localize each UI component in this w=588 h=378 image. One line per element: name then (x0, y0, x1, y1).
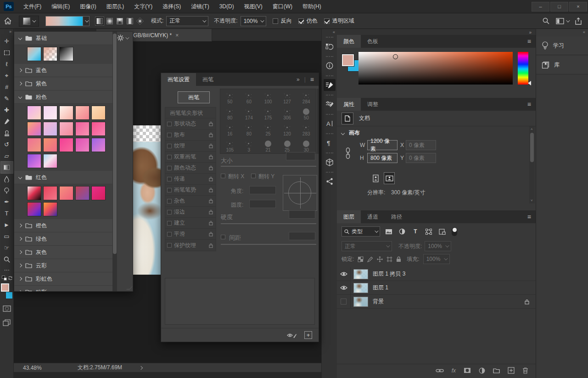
option-checkbox[interactable] (167, 188, 172, 192)
collapse-toolbar-icon[interactable]: » (9, 29, 12, 35)
color-cursor[interactable] (393, 54, 398, 59)
tab-layers[interactable]: 图层 (337, 210, 361, 223)
gradient-group-橙色[interactable]: 橙色 (14, 219, 112, 232)
panel-icon-cube[interactable] (323, 151, 336, 170)
collapse-dock-icon[interactable]: » (529, 30, 532, 35)
brush-tip-cell[interactable]: 80 (240, 121, 259, 137)
panel-icon-history[interactable] (323, 35, 336, 55)
visibility-empty-box[interactable] (341, 299, 347, 305)
blend-mode-select[interactable]: 正常 (166, 16, 208, 26)
gradient-swatch[interactable] (27, 138, 41, 152)
brush-option-形状动态[interactable]: 形状动态 (165, 118, 216, 130)
layer-filter-toggle[interactable] (452, 227, 457, 236)
maximize-button[interactable]: □ (550, 2, 568, 11)
brush-option-画笔笔势[interactable]: 画笔笔势 (165, 185, 216, 196)
brush-option-建立[interactable]: 建立 (165, 218, 216, 229)
gradient-swatch[interactable] (43, 47, 57, 61)
minimize-button[interactable]: – (532, 2, 549, 11)
brush-tip-grid[interactable]: 5060100127284801741753065016802512028310… (220, 89, 316, 154)
gradient-group-蓝色[interactable]: 蓝色 (14, 64, 112, 77)
brush-tool[interactable] (1, 116, 13, 127)
layer-opacity-select[interactable]: 100% (425, 241, 451, 251)
brush-preview-toggle-icon[interactable] (287, 332, 297, 339)
zoom-tool[interactable] (1, 254, 13, 265)
brush-tip-shape-item[interactable]: 画笔笔尖形状 (165, 107, 216, 118)
brush-tip-cell[interactable]: 50 (220, 89, 240, 105)
gradient-swatch[interactable] (75, 138, 90, 152)
option-checkbox[interactable] (167, 232, 172, 237)
panel-expander-icon[interactable]: » (297, 76, 300, 83)
quick-mask-button[interactable] (1, 304, 12, 314)
gradient-swatch[interactable] (91, 138, 106, 152)
filter-adjustment-layers-icon[interactable] (398, 227, 407, 236)
gradient-swatch[interactable] (43, 154, 57, 168)
hardness-slider[interactable] (221, 223, 316, 224)
brush-option-杂色[interactable]: 杂色 (165, 196, 216, 207)
option-checkbox[interactable] (167, 221, 172, 226)
option-checkbox[interactable] (167, 144, 172, 148)
trash-icon[interactable] (522, 367, 528, 374)
gradient-swatch[interactable] (43, 138, 57, 152)
option-checkbox[interactable] (167, 155, 172, 159)
gradient-preview[interactable] (45, 16, 83, 26)
marquee-tool[interactable] (1, 47, 13, 58)
hardness-value-box[interactable] (289, 210, 315, 219)
layer-blend-mode-select[interactable]: 正常 (342, 241, 392, 251)
menu-item[interactable]: 编辑(E) (46, 0, 75, 13)
brushes-button[interactable]: 画笔 (178, 91, 210, 103)
pen-tool[interactable]: ✒ (1, 196, 13, 208)
y-input[interactable]: 0 像素 (406, 153, 436, 163)
menu-item[interactable]: 3D(D) (214, 0, 239, 13)
option-checkbox[interactable] (167, 133, 172, 137)
radial-gradient-button[interactable] (105, 17, 114, 26)
fx-icon[interactable]: fx (452, 367, 456, 374)
layer-thumbnail[interactable] (353, 297, 368, 307)
foreground-color-swatch[interactable] (342, 54, 354, 66)
gradient-swatch[interactable] (27, 154, 41, 168)
move-tool[interactable]: ✛ (1, 35, 13, 47)
panel-icon-character[interactable]: A (323, 113, 336, 132)
filter-type-layers-icon[interactable]: T (411, 227, 420, 236)
rail-item-库[interactable]: 库 (536, 56, 588, 74)
tab-properties[interactable]: 属性 (337, 98, 361, 111)
collapse-strip-icon[interactable]: « (333, 30, 335, 34)
rail-item-学习[interactable]: 学习 (536, 37, 588, 55)
gradient-group-云彩[interactable]: 云彩 (14, 259, 112, 272)
spacing-checkbox[interactable] (221, 235, 225, 239)
close-button[interactable]: × (569, 2, 587, 11)
object-selection-tool[interactable]: ⌖ (1, 70, 13, 81)
lock-pixels-icon[interactable] (367, 256, 373, 262)
reflected-gradient-button[interactable] (125, 17, 134, 26)
gradient-group-红色[interactable]: 红色 (14, 171, 112, 184)
layer-filter-type-select[interactable]: 类型 (342, 226, 380, 237)
layer-row-图层 1 拷贝 3[interactable]: 图层 1 拷贝 3 (337, 267, 536, 281)
landscape-orientation-button[interactable] (384, 172, 395, 184)
roundness-input[interactable] (249, 200, 276, 208)
picker-scrollbar[interactable] (112, 32, 117, 291)
gradient-picker-open-button[interactable] (83, 16, 90, 26)
gradient-swatch[interactable] (27, 186, 41, 200)
new-brush-button[interactable]: + (304, 331, 312, 339)
option-checkbox[interactable] (167, 177, 172, 181)
brush-tip-cell[interactable]: 100 (258, 89, 278, 105)
panel-icon-info[interactable] (323, 55, 336, 74)
shape-tool[interactable]: ▭ (1, 231, 13, 242)
close-tab-icon[interactable]: × (175, 32, 179, 39)
panel-menu-icon[interactable]: ≡ (527, 101, 531, 108)
menu-item[interactable]: 选择(S) (157, 0, 186, 13)
filter-shape-layers-icon[interactable] (424, 227, 433, 236)
gradient-swatch[interactable] (59, 106, 73, 120)
lock-transparency-icon[interactable] (358, 256, 364, 262)
mask-icon[interactable] (464, 367, 471, 373)
option-checkbox[interactable] (167, 210, 172, 214)
picker-settings-button[interactable] (117, 34, 128, 41)
gradient-swatch[interactable] (91, 122, 106, 136)
menu-item[interactable]: 图像(I) (75, 0, 101, 13)
brush-option-湿边[interactable]: 湿边 (165, 207, 216, 218)
menu-item[interactable]: 文件(F) (18, 0, 46, 13)
brush-tip-cell[interactable]: 306 (278, 105, 297, 121)
gradient-swatch[interactable] (27, 106, 41, 120)
background-color-swatch[interactable] (6, 292, 13, 299)
angle-input[interactable] (249, 186, 276, 194)
edit-toolbar-icon[interactable]: ⋯ (1, 265, 12, 275)
